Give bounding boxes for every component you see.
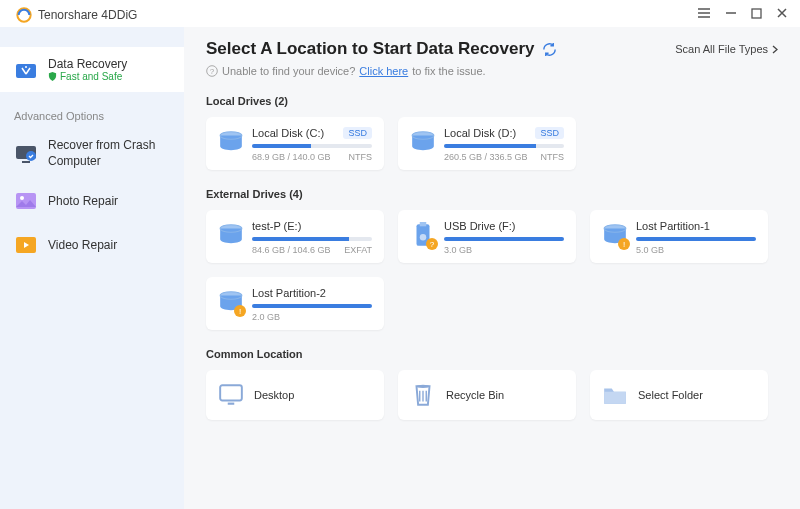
- svg-rect-1: [752, 9, 761, 18]
- drive-name: USB Drive (F:): [444, 220, 516, 232]
- drive-usage: 84.6 GB / 104.6 GB: [252, 245, 331, 255]
- minimize-button[interactable]: [725, 7, 737, 22]
- drive-card-external-2[interactable]: ! Lost Partition-1 5.0 GB: [590, 210, 768, 263]
- common-card-desktop[interactable]: Desktop: [206, 370, 384, 420]
- drive-card-local-1[interactable]: Local Disk (D:) SSD 260.5 GB / 336.5 GBN…: [398, 117, 576, 170]
- drive-card-external-0[interactable]: test-P (E:) 84.6 GB / 104.6 GBEXFAT: [206, 210, 384, 263]
- hint-link[interactable]: Click here: [359, 65, 408, 77]
- sidebar-item-sublabel: Fast and Safe: [48, 71, 127, 82]
- app-title: Tenorshare 4DDiG: [38, 8, 697, 22]
- svg-rect-4: [22, 161, 30, 163]
- common-card-folder[interactable]: Select Folder: [590, 370, 768, 420]
- svg-point-19: [420, 234, 427, 241]
- drive-name: Local Disk (D:): [444, 127, 516, 139]
- trash-icon: [410, 382, 436, 408]
- drive-badge: SSD: [343, 127, 372, 139]
- hdd-icon: [218, 222, 244, 248]
- main-content: Select A Location to Start Data Recovery…: [184, 27, 800, 509]
- recovery-icon: [14, 58, 38, 82]
- menu-button[interactable]: [697, 6, 711, 23]
- desktop-icon: [218, 382, 244, 408]
- page-title: Select A Location to Start Data Recovery: [206, 39, 534, 59]
- drive-badge: SSD: [535, 127, 564, 139]
- sidebar: Data Recovery Fast and Safe Advanced Opt…: [0, 27, 184, 509]
- sidebar-item-label: Video Repair: [48, 238, 117, 252]
- drive-name: test-P (E:): [252, 220, 301, 232]
- drive-name: Local Disk (C:): [252, 127, 324, 139]
- photo-icon: [14, 189, 38, 213]
- drive-card-external-1[interactable]: ? USB Drive (F:) 3.0 GB: [398, 210, 576, 263]
- help-icon: ?: [206, 65, 218, 77]
- drive-name: Lost Partition-2: [252, 287, 326, 299]
- drive-card-external-3[interactable]: ! Lost Partition-2 2.0 GB: [206, 277, 384, 330]
- svg-rect-27: [604, 392, 626, 404]
- common-label: Recycle Bin: [446, 389, 504, 401]
- refresh-icon[interactable]: [542, 42, 557, 57]
- app-logo-icon: [16, 7, 32, 23]
- svg-point-26: [417, 385, 430, 388]
- sidebar-item-data-recovery[interactable]: Data Recovery Fast and Safe: [0, 47, 184, 92]
- drive-usage: 68.9 GB / 140.0 GB: [252, 152, 331, 162]
- usage-bar: [444, 237, 564, 241]
- hdd-icon: [218, 129, 244, 155]
- folder-icon: [602, 382, 628, 408]
- video-icon: [14, 233, 38, 257]
- svg-rect-18: [420, 222, 427, 226]
- hdd-icon: !: [218, 289, 244, 315]
- sidebar-item-photo-repair[interactable]: Photo Repair: [0, 179, 184, 223]
- svg-text:?: ?: [210, 67, 215, 76]
- sidebar-item-label: Data Recovery: [48, 57, 127, 71]
- drive-fs: EXFAT: [344, 245, 372, 255]
- drive-usage: 260.5 GB / 336.5 GB: [444, 152, 528, 162]
- svg-rect-25: [228, 403, 235, 405]
- svg-rect-24: [220, 385, 242, 400]
- usage-bar: [636, 237, 756, 241]
- advanced-options-header: Advanced Options: [0, 92, 184, 128]
- section-title-common: Common Location: [206, 348, 778, 360]
- warn-badge-icon: !: [234, 305, 246, 317]
- common-label: Desktop: [254, 389, 294, 401]
- common-card-trash[interactable]: Recycle Bin: [398, 370, 576, 420]
- drive-fs: NTFS: [349, 152, 373, 162]
- drive-name: Lost Partition-1: [636, 220, 710, 232]
- hdd-icon: !: [602, 222, 628, 248]
- maximize-button[interactable]: [751, 8, 762, 22]
- usage-bar: [252, 237, 372, 241]
- drive-usage: 5.0 GB: [636, 245, 664, 255]
- usage-bar: [252, 144, 372, 148]
- drive-usage: 3.0 GB: [444, 245, 472, 255]
- scan-file-types-button[interactable]: Scan All File Types: [675, 43, 778, 55]
- shield-check-icon: [48, 72, 57, 81]
- chevron-right-icon: [772, 45, 778, 54]
- usage-bar: [444, 144, 564, 148]
- sidebar-item-crash-recover[interactable]: Recover from Crash Computer: [0, 128, 184, 179]
- hdd-icon: [410, 129, 436, 155]
- sidebar-item-label: Photo Repair: [48, 194, 118, 208]
- sidebar-item-video-repair[interactable]: Video Repair: [0, 223, 184, 267]
- section-title-external: External Drives (4): [206, 188, 778, 200]
- drive-fs: NTFS: [541, 152, 565, 162]
- monitor-icon: [14, 142, 38, 166]
- warn-badge-icon: ?: [426, 238, 438, 250]
- section-title-local: Local Drives (2): [206, 95, 778, 107]
- warn-badge-icon: !: [618, 238, 630, 250]
- drive-usage: 2.0 GB: [252, 312, 280, 322]
- sidebar-item-label: Recover from Crash Computer: [48, 138, 170, 169]
- common-label: Select Folder: [638, 389, 703, 401]
- hint-line: ? Unable to find your device? Click here…: [206, 65, 778, 77]
- close-button[interactable]: [776, 7, 788, 22]
- drive-card-local-0[interactable]: Local Disk (C:) SSD 68.9 GB / 140.0 GBNT…: [206, 117, 384, 170]
- usb-icon: ?: [410, 222, 436, 248]
- svg-point-5: [26, 151, 36, 161]
- usage-bar: [252, 304, 372, 308]
- svg-point-7: [20, 196, 24, 200]
